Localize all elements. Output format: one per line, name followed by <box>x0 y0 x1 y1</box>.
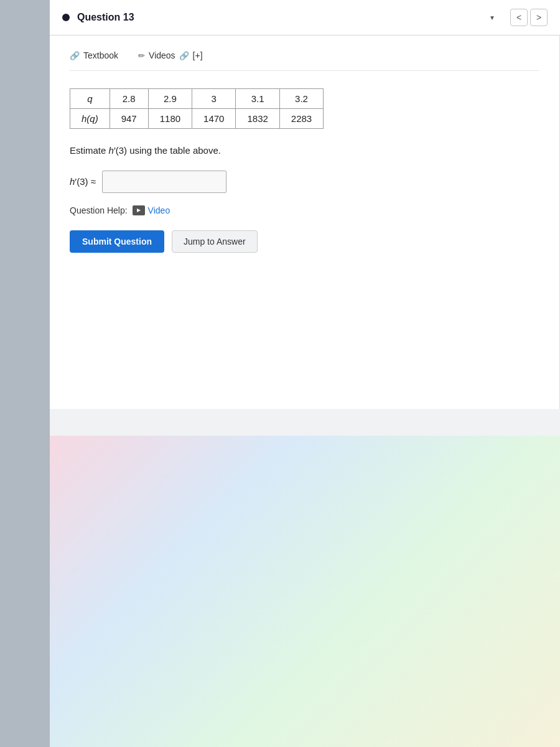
textbook-link[interactable]: 🔗 Textbook <box>70 50 118 60</box>
answer-row: h′(3) ≈ <box>70 171 539 193</box>
prev-button[interactable]: < <box>510 9 528 26</box>
videos-link-icon: 🔗 <box>179 51 189 60</box>
question-help: Question Help: Video <box>70 205 539 215</box>
question-text: Estimate h′(3) using the table above. <box>70 144 539 158</box>
videos-link[interactable]: ✏ Videos 🔗 [+] <box>138 50 203 60</box>
dropdown-arrow-icon[interactable]: ▼ <box>489 14 495 21</box>
textbook-label: Textbook <box>83 50 118 60</box>
table-cell-q3: 3 <box>192 89 236 109</box>
question-help-label: Question Help: <box>70 205 128 215</box>
table-cell-q4: 3.1 <box>236 89 279 109</box>
videos-pencil-icon: ✏ <box>138 51 145 60</box>
table-cell-hq5: 2283 <box>279 109 323 129</box>
question-title: Question 13 <box>77 12 482 23</box>
video-play-icon <box>133 205 145 215</box>
submit-button[interactable]: Submit Question <box>70 230 164 253</box>
answer-input[interactable] <box>102 171 226 193</box>
table-row-hq: h(q) 947 1180 1470 1832 2283 <box>70 109 324 129</box>
video-label: Video <box>148 205 170 215</box>
next-button[interactable]: > <box>530 9 548 26</box>
resources-row: 🔗 Textbook ✏ Videos 🔗 [+] <box>70 50 539 71</box>
buttons-row: Submit Question Jump to Answer <box>70 230 539 253</box>
data-table: q 2.8 2.9 3 3.1 3.2 h(q) 947 1180 1470 1… <box>70 88 324 129</box>
table-cell-q5: 3.2 <box>279 89 323 109</box>
table-cell-hq1: 947 <box>110 109 148 129</box>
question-area: 🔗 Textbook ✏ Videos 🔗 [+] q 2.8 2.9 <box>50 35 560 409</box>
nav-buttons: < > <box>510 9 548 26</box>
videos-plus-label: [+] <box>193 50 203 60</box>
jump-to-answer-button[interactable]: Jump to Answer <box>172 230 258 253</box>
table-cell-hq2: 1180 <box>148 109 192 129</box>
table-header-q: q <box>70 89 110 109</box>
table-row-q: q 2.8 2.9 3 3.1 3.2 <box>70 89 324 109</box>
table-cell-hq4: 1832 <box>236 109 279 129</box>
table-cell-hq3: 1470 <box>192 109 236 129</box>
table-cell-q1: 2.8 <box>110 89 148 109</box>
answer-label: h′(3) ≈ <box>70 176 96 187</box>
question-header: Question 13 ▼ < > <box>50 0 560 35</box>
table-cell-q2: 2.9 <box>148 89 192 109</box>
textbook-icon: 🔗 <box>70 51 80 60</box>
video-link[interactable]: Video <box>133 205 170 215</box>
question-dot <box>62 14 70 21</box>
table-label-hq: h(q) <box>70 109 110 129</box>
videos-label: Videos <box>149 50 175 60</box>
